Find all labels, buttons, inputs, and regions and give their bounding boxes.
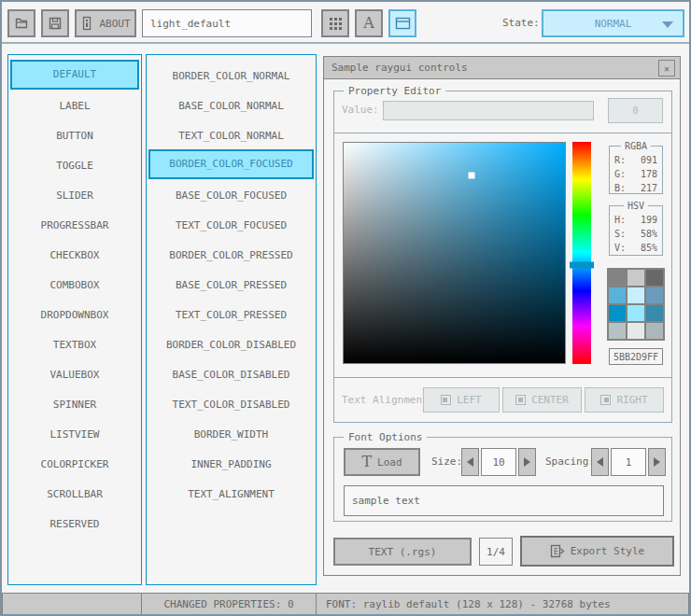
property-item-border_color_disabled[interactable]: BORDER_COLOR_DISABLED xyxy=(148,329,314,358)
format-page-indicator[interactable]: 1/4 xyxy=(479,538,513,566)
style-swatch-8[interactable] xyxy=(646,305,663,321)
size-increase-button[interactable] xyxy=(518,448,536,476)
font-load-label: Load xyxy=(377,456,402,469)
style-swatch-9[interactable] xyxy=(609,323,626,339)
control-item-reserved[interactable]: RESERVED xyxy=(10,508,139,538)
sample-text-box[interactable]: sample text xyxy=(344,485,664,516)
controls-view-button[interactable] xyxy=(388,9,416,37)
save-icon xyxy=(48,16,63,31)
control-item-scrollbar[interactable]: SCROLLBAR xyxy=(10,478,139,508)
style-swatch-6[interactable] xyxy=(609,305,626,321)
svg-text:E: E xyxy=(554,548,558,556)
style-swatch-3[interactable] xyxy=(609,287,626,303)
rguistyler-window: ABOUT A State: NORMAL xyxy=(0,0,691,616)
hue-slider[interactable] xyxy=(570,261,594,268)
rgba-row-b: B: 217 xyxy=(614,181,657,195)
v-label: V: xyxy=(614,241,626,255)
hue-bar[interactable] xyxy=(572,142,591,364)
style-swatch-11[interactable] xyxy=(646,323,663,339)
save-file-button[interactable] xyxy=(41,9,69,37)
text-format-button[interactable]: TEXT (.rgs) xyxy=(333,538,472,566)
property-item-border_color_pressed[interactable]: BORDER_COLOR_PRESSED xyxy=(148,239,314,269)
color-picker-sv-area[interactable] xyxy=(343,142,566,364)
hex-color-value: 5BB2D9FF xyxy=(609,348,663,365)
window-icon xyxy=(395,17,411,30)
style-swatch-1[interactable] xyxy=(628,270,644,286)
arrow-right-icon xyxy=(524,457,530,467)
align-center-label: CENTER xyxy=(531,394,569,406)
property-item-base_color_disabled[interactable]: BASE_COLOR_DISABLED xyxy=(148,358,314,388)
property-item-base_color_normal[interactable]: BASE_COLOR_NORMAL xyxy=(148,90,314,119)
property-item-text_color_focused[interactable]: TEXT_COLOR_FOCUSED xyxy=(148,209,314,239)
property-item-text_alignment[interactable]: TEXT_ALIGNMENT xyxy=(148,478,314,508)
window-titlebar[interactable]: Sample raygui controls ✕ xyxy=(324,57,680,79)
style-swatch-4[interactable] xyxy=(628,287,644,303)
state-dropdown[interactable]: NORMAL xyxy=(542,9,684,37)
font-size-value[interactable]: 10 xyxy=(481,448,516,476)
control-item-toggle[interactable]: TOGGLE xyxy=(10,149,139,179)
toolbar: ABOUT A State: NORMAL xyxy=(2,2,689,44)
style-swatch-10[interactable] xyxy=(628,323,644,339)
status-font-info: FONT: raylib default (128 x 128) - 32768… xyxy=(316,593,689,616)
font-view-button[interactable]: A xyxy=(355,9,383,37)
property-item-text_color_pressed[interactable]: TEXT_COLOR_PRESSED xyxy=(148,299,314,329)
text-format-label: TEXT (.rgs) xyxy=(369,546,437,558)
g-label: G: xyxy=(614,167,626,181)
control-item-slider[interactable]: SLIDER xyxy=(10,179,139,209)
export-style-button[interactable]: E Export Style xyxy=(520,536,674,567)
rgba-group: RGBA R: 091 G: 178 B: 217 xyxy=(609,146,663,194)
property-item-text_color_normal[interactable]: TEXT_COLOR_NORMAL xyxy=(148,119,314,149)
state-dropdown-value: NORMAL xyxy=(595,18,632,30)
style-swatch-7[interactable] xyxy=(628,305,644,321)
size-decrease-button[interactable] xyxy=(461,448,479,476)
property-editor-group-label: Property Editor xyxy=(344,84,445,98)
control-item-combobox[interactable]: COMBOBOX xyxy=(10,269,139,299)
grid-icon xyxy=(329,17,343,31)
changed-properties-text: CHANGED PROPERTIES: 0 xyxy=(163,598,293,610)
align-left-label: LEFT xyxy=(457,394,482,406)
style-table-view-button[interactable] xyxy=(321,9,349,37)
property-item-inner_padding[interactable]: INNER_PADDING xyxy=(148,448,314,478)
control-item-spinner[interactable]: SPINNER xyxy=(10,388,139,418)
font-spacing-text: 1 xyxy=(626,456,632,469)
control-item-textbox[interactable]: TEXTBOX xyxy=(10,329,139,358)
property-item-text_color_disabled[interactable]: TEXT_COLOR_DISABLED xyxy=(148,388,314,418)
font-load-button[interactable]: T Load xyxy=(344,448,420,476)
close-window-button[interactable]: ✕ xyxy=(658,60,675,77)
g-value: 178 xyxy=(641,167,657,181)
control-item-default[interactable]: DEFAULT xyxy=(10,60,139,90)
value-apply-button[interactable]: 0 xyxy=(608,98,663,123)
align-left-button[interactable]: LEFT xyxy=(423,387,500,413)
control-item-checkbox[interactable]: CHECKBOX xyxy=(10,239,139,269)
control-item-dropdownbox[interactable]: DROPDOWNBOX xyxy=(10,299,139,329)
style-swatch-5[interactable] xyxy=(646,287,663,303)
font-spacing-value[interactable]: 1 xyxy=(611,448,646,476)
value-input[interactable] xyxy=(383,101,594,120)
property-item-border_width[interactable]: BORDER_WIDTH xyxy=(148,418,314,448)
style-swatch-0[interactable] xyxy=(609,270,626,286)
control-item-colorpicker[interactable]: COLORPICKER xyxy=(10,448,139,478)
color-picker-cursor[interactable] xyxy=(469,173,475,179)
property-item-base_color_focused[interactable]: BASE_COLOR_FOCUSED xyxy=(148,179,314,209)
spacing-increase-button[interactable] xyxy=(648,448,666,476)
property-editor-group: Property Editor Value: 0 RGBA R: 091 xyxy=(333,91,672,423)
align-right-button[interactable]: RIGHT xyxy=(585,387,664,413)
property-item-border_color_normal[interactable]: BORDER_COLOR_NORMAL xyxy=(148,60,314,90)
control-item-listview[interactable]: LISTVIEW xyxy=(10,418,139,448)
font-size-text: 10 xyxy=(492,456,504,469)
spacing-decrease-button[interactable] xyxy=(591,448,609,476)
r-label: R: xyxy=(614,153,626,167)
control-item-valuebox[interactable]: VALUEBOX xyxy=(10,358,139,388)
v-value: 85% xyxy=(641,241,657,255)
style-swatch-2[interactable] xyxy=(646,270,663,286)
value-label: Value: xyxy=(342,99,379,121)
control-item-label[interactable]: LABEL xyxy=(10,90,139,119)
property-item-border_color_focused[interactable]: BORDER_COLOR_FOCUSED xyxy=(148,149,314,179)
control-item-button[interactable]: BUTTON xyxy=(10,119,139,149)
style-name-input[interactable] xyxy=(142,9,312,37)
property-item-base_color_pressed[interactable]: BASE_COLOR_PRESSED xyxy=(148,269,314,299)
control-item-progressbar[interactable]: PROGRESSBAR xyxy=(10,209,139,239)
about-button[interactable]: ABOUT xyxy=(75,9,136,37)
open-file-button[interactable] xyxy=(7,9,35,37)
align-center-button[interactable]: CENTER xyxy=(502,387,582,413)
